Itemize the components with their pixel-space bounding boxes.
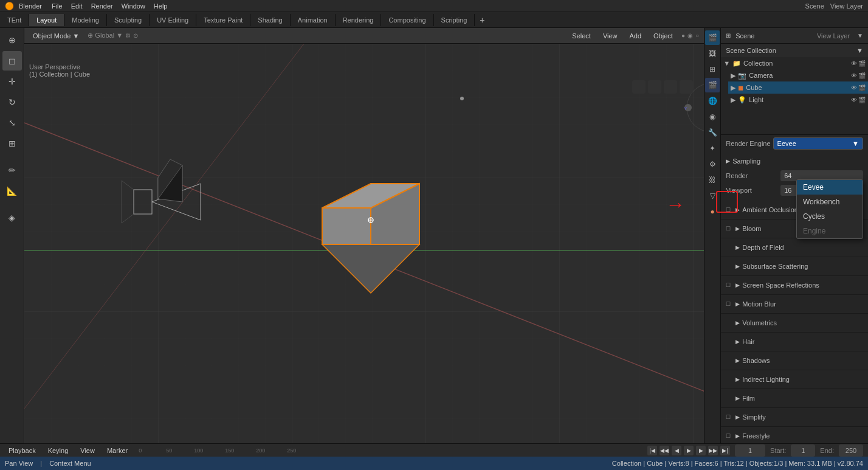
header-add[interactable]: Add xyxy=(626,31,646,41)
measure-tool[interactable]: 📐 xyxy=(2,181,22,201)
proportional-toggle[interactable]: ⊙ xyxy=(133,32,138,39)
outliner-item-collection[interactable]: ▼ 📁 Collection 👁 🎬 xyxy=(721,57,868,69)
outliner-item-light[interactable]: ▶ 💡 Light 👁 🎬 xyxy=(728,94,868,106)
sampling-header[interactable]: ▶ Sampling xyxy=(726,154,863,168)
simplify-header[interactable]: ☐ ▶ Simplify xyxy=(726,410,863,424)
tl-keying[interactable]: Keying xyxy=(44,446,72,455)
light-render[interactable]: 🎬 xyxy=(858,97,866,103)
tl-playback[interactable]: Playback xyxy=(5,446,40,455)
menu-file[interactable]: File xyxy=(48,1,66,11)
prop-output-icon[interactable]: 🖼 xyxy=(705,46,720,61)
prev-keyframe[interactable]: ◀◀ xyxy=(660,446,669,455)
ssr-checkbox[interactable]: ☐ xyxy=(726,282,735,288)
shadows-header[interactable]: ▶ Shadows xyxy=(726,354,863,367)
cube-eye[interactable]: 👁 xyxy=(851,85,857,91)
menu-render[interactable]: Render xyxy=(88,1,117,11)
tab-compositing[interactable]: Compositing xyxy=(381,14,433,26)
render-engine-select[interactable]: Eevee ▼ xyxy=(773,137,863,150)
menu-help[interactable]: Help xyxy=(150,1,171,11)
visibility-render[interactable]: 🎬 xyxy=(858,60,866,67)
camera-eye[interactable]: 👁 xyxy=(851,72,857,79)
viewport-shading-rendered[interactable]: ○ xyxy=(695,32,699,39)
object-mode-select[interactable]: Object Mode ▼ xyxy=(29,31,83,41)
vol-header[interactable]: ▶ Volumetrics xyxy=(726,316,863,330)
camera-render[interactable]: 🎬 xyxy=(858,72,866,79)
select-tool[interactable]: ◻ xyxy=(2,51,22,71)
outliner-item-cube[interactable]: ▶ ◼ Cube 👁 🎬 xyxy=(728,81,868,94)
transform-tool[interactable]: ⊞ xyxy=(2,134,22,153)
scale-tool[interactable]: ⤡ xyxy=(2,113,22,133)
annotate-tool[interactable]: ✏ xyxy=(2,161,22,180)
prop-object-icon[interactable]: ◉ xyxy=(705,109,720,124)
tab-modeling[interactable]: Modeling xyxy=(64,14,107,26)
play-btn[interactable]: ▶ xyxy=(684,446,694,455)
prop-view-layer-icon[interactable]: ⊞ xyxy=(705,62,720,77)
tab-texture-paint[interactable]: Texture Paint xyxy=(196,14,250,26)
global-toggle[interactable]: ⊕ Global ▼ xyxy=(88,32,123,40)
bloom-checkbox[interactable]: ☐ xyxy=(726,226,735,232)
snap-toggle[interactable]: ⚙ xyxy=(125,32,131,39)
motion-blur-header[interactable]: ☐ ▶ Motion Blur xyxy=(726,297,863,311)
frame-start[interactable]: 1 xyxy=(791,444,815,457)
simplify-checkbox[interactable]: ☐ xyxy=(726,414,735,420)
tab-rendering[interactable]: Rendering xyxy=(336,14,382,26)
ssr-header[interactable]: ☐ ▶ Screen Space Reflections xyxy=(726,278,863,292)
cube-render[interactable]: 🎬 xyxy=(858,85,866,91)
render-engine-dropdown[interactable]: Eevee Workbench Cycles Engine xyxy=(796,179,863,239)
menu-window[interactable]: Window xyxy=(118,1,149,11)
next-keyframe[interactable]: ▶▶ xyxy=(708,446,718,455)
prop-world-icon[interactable]: 🌐 xyxy=(705,94,720,108)
tl-view[interactable]: View xyxy=(77,446,98,455)
jump-start[interactable]: |◀ xyxy=(647,446,657,455)
outliner-item-camera[interactable]: ▶ 📷 Camera 👁 🎬 xyxy=(728,69,868,81)
prop-physics-icon[interactable]: ⚙ xyxy=(705,157,720,171)
dropdown-engine[interactable]: Engine xyxy=(797,224,863,238)
prop-modifier-icon[interactable]: 🔧 xyxy=(705,125,720,140)
rotate-tool[interactable]: ↻ xyxy=(2,92,22,112)
freestyle-checkbox[interactable]: ☐ xyxy=(726,433,735,439)
prop-render-icon[interactable]: 🎬 xyxy=(705,30,720,45)
filter-outliner[interactable]: ▼ xyxy=(856,47,863,54)
cursor-tool[interactable]: ⊕ xyxy=(2,30,22,50)
add-cube-tool[interactable]: ◈ xyxy=(2,208,22,227)
frame-end[interactable]: 250 xyxy=(839,444,863,457)
cube-expand: ▶ xyxy=(731,84,735,92)
prop-particles-icon[interactable]: ✦ xyxy=(705,141,720,156)
jump-end[interactable]: ▶| xyxy=(720,446,730,455)
tl-marker[interactable]: Marker xyxy=(103,446,131,455)
step-back[interactable]: ◀ xyxy=(672,446,681,455)
freestyle-header[interactable]: ☐ ▶ Freestyle xyxy=(726,429,863,443)
visibility-eye[interactable]: 👁 xyxy=(851,60,857,67)
tab-animation[interactable]: Animation xyxy=(291,14,336,26)
tab-layout[interactable]: Layout xyxy=(29,14,64,26)
prop-scene-icon[interactable]: 🎬 xyxy=(705,78,720,92)
ent-tab[interactable]: TEnt xyxy=(0,14,29,26)
step-fwd[interactable]: ▶ xyxy=(696,446,706,455)
tab-shading[interactable]: Shading xyxy=(250,14,290,26)
dropdown-workbench[interactable]: Workbench xyxy=(797,195,863,209)
tab-scripting[interactable]: Scripting xyxy=(434,14,475,26)
il-header[interactable]: ▶ Indirect Lighting xyxy=(726,373,863,386)
dropdown-cycles[interactable]: Cycles xyxy=(797,209,863,224)
add-tab-button[interactable]: + xyxy=(480,15,484,25)
film-header[interactable]: ▶ Film xyxy=(726,392,863,405)
tab-sculpting[interactable]: Sculpting xyxy=(107,14,150,26)
mb-checkbox[interactable]: ☐ xyxy=(726,301,735,307)
frame-current[interactable]: 1 xyxy=(735,444,765,457)
menu-edit[interactable]: Edit xyxy=(67,1,86,11)
prop-constraints-icon[interactable]: ⛓ xyxy=(705,173,720,187)
viewport-shading-material[interactable]: ◉ xyxy=(687,32,693,39)
light-eye[interactable]: 👁 xyxy=(851,97,857,103)
header-object[interactable]: Object xyxy=(650,31,677,41)
viewport-3d[interactable]: Object Mode ▼ ⊕ Global ▼ ⚙ ⊙ Select View… xyxy=(24,28,704,443)
dropdown-eevee[interactable]: Eevee xyxy=(797,180,863,195)
hair-header[interactable]: ▶ Hair xyxy=(726,335,863,348)
filter-icon[interactable]: ▼ xyxy=(857,32,863,39)
header-view[interactable]: View xyxy=(599,31,621,41)
dof-header[interactable]: ▶ Depth of Field xyxy=(726,241,863,254)
header-select[interactable]: Select xyxy=(568,31,594,41)
subsurface-header[interactable]: ▶ Subsurface Scattering xyxy=(726,260,863,273)
tab-uv-editing[interactable]: UV Editing xyxy=(150,14,196,26)
viewport-shading-solid[interactable]: ● xyxy=(681,32,685,39)
move-tool[interactable]: ✛ xyxy=(2,72,22,91)
